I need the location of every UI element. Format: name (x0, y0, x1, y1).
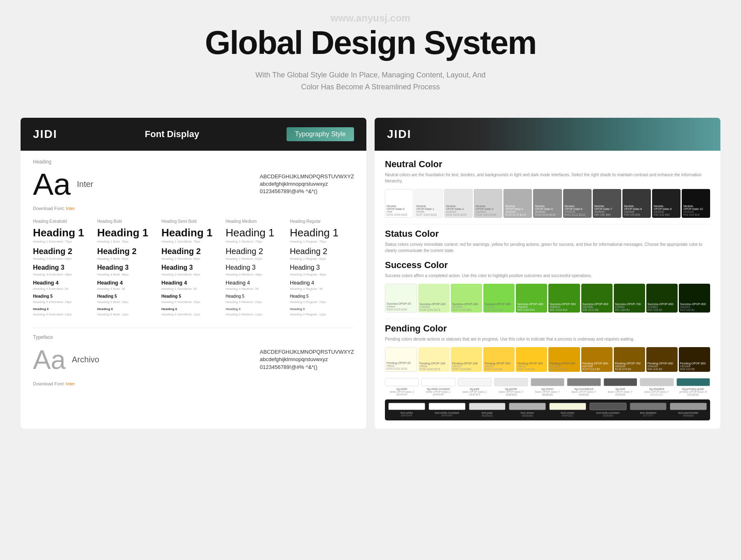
success-swatch-7: Success-OPOP-700 #1f5404 R31 G84 B4 (614, 284, 645, 313)
archivo-sample-lower: abcdefghijklmnopqrstuvwxyz (260, 356, 354, 363)
h2-extrabold: Heading 2Heading 2 Extended: 60px (33, 247, 95, 261)
success-swatch-1: Success-OPOP-100 #c4e8b0 R196 G232 B176 (418, 284, 450, 313)
h1-medium: Heading 1Heading 1 Medium: 75px (226, 227, 288, 244)
pending-swatch-8: Pending-OPOP-800 #542e00 R84 G46 B0 (646, 347, 678, 372)
weight-label-medium: Heading Medium (226, 219, 288, 224)
h4-bold: Heading 4Heading 4 Bold: 36 (97, 280, 159, 291)
h3-bold: Heading 3Heading 3 Bold: 48px (97, 264, 159, 276)
neutral-swatches-row: Neutral-OPOP.Slate-0 #ffffff R255 G255 B… (385, 189, 710, 218)
h6-medium: Heading 6Heading 6 Medium: 12px (226, 307, 288, 316)
h1-bold: Heading 1Heading 1 Bold: 75px (97, 227, 159, 244)
typography-style-label: Typography Style (287, 127, 354, 141)
neutral-swatch-6: Neutral-OPOP.Slate-6 #707070 R112 G112 B… (563, 189, 592, 218)
pending-swatch-3: Pending-OPOP-300 #ffd200 R255 G210 B0 (483, 347, 515, 372)
archivo-sample-upper: ABCDEFGHIJKLMNOPQRSTUVWXYZ (260, 348, 354, 356)
font-sample-nums: 0123456789!@#% ^&*() (260, 188, 354, 195)
h5-semibold: Heading 5Heading 5 SemiBold: 24px (161, 294, 224, 304)
dark-token-text-sheen: text-sheen #B0B0B0 (509, 403, 546, 417)
success-swatch-0: Success-OPOP-00 #effae6 R239 G250 B230 (385, 284, 417, 313)
col-extrabold: Heading Extrabold Heading 1Heading 1 Ext… (33, 217, 97, 322)
dark-token-text-bold-constant: text-bold-constant #555555 (590, 403, 627, 417)
logo-left: JIDI (33, 128, 57, 141)
divider-1 (385, 224, 710, 224)
dark-token-text-placeholder: text-placeholder #999999 (670, 403, 707, 417)
left-panel-header: JIDI Font Display Typography Style (21, 118, 366, 151)
h4-regular: Heading 4Heading 4 Regular: 36 (290, 280, 352, 291)
h3-regular: Heading 3Heading 3 Regular: 48px (290, 264, 352, 276)
h5-medium: Heading 5Heading 5 Medium: 24px (226, 294, 288, 304)
divider-2 (385, 319, 710, 319)
left-panel: JIDI Font Display Typography Style Headi… (21, 118, 366, 429)
pending-swatch-1: Pending-OPOP-100 #fff0b0 R255 G240 B176 (418, 347, 450, 372)
h3-extrabold: Heading 3Heading 3 Extended: 48px (33, 264, 95, 276)
left-panel-body: Heading Aa Inter ABCDEFGHIJKLMNOPQRSTUVW… (21, 151, 366, 401)
neutral-swatch-8: Neutral-OPOP.Slate-8 #383838 R56 G56 B56 (622, 189, 651, 218)
h2-semibold: Heading 2Heading 2 SemiBold: 60px (161, 247, 224, 261)
download-archivo-link[interactable]: Inter (66, 381, 75, 386)
h2-medium: Heading 2Heading 2 Medium: 60px (226, 247, 288, 261)
pending-swatch-4: Pending-OPOP-400 #ffbe00 R255 G190 B0 (516, 347, 547, 372)
h2-bold: Heading 2Heading 2 Bold: 60px (97, 247, 159, 261)
neutral-color-section: Neutral Color Neutral colors are the fou… (385, 159, 710, 218)
success-swatch-2: Success-OPOP-200 #97d85a R151 G216 B90 (451, 284, 482, 313)
status-color-desc: Status colors convey immediate context: … (385, 241, 710, 254)
success-swatch-6: Success-OPOP-600 #2d7008 R45 G112 B8 (581, 284, 613, 313)
col-bold: Heading Bold Heading 1Heading 1 Bold: 75… (97, 217, 161, 322)
typeface-label: Typeface (33, 334, 354, 340)
h5-bold: Heading 5Heading 5 Bold: 24px (97, 294, 159, 304)
font-sample-lower: abcdefghijklmnopqrstuvwxyz (260, 180, 354, 188)
main-content: JIDI Font Display Typography Style Headi… (0, 110, 741, 437)
typeface-section: Typeface Aa Archivo ABCDEFGHIJKLMNOPQRST… (33, 328, 354, 386)
font-display-row: Aa Inter ABCDEFGHIJKLMNOPQRSTUVWXYZ abcd… (33, 169, 354, 200)
page-header: Global Design System With The Global Sty… (0, 0, 741, 110)
token-bg-disabled: bg-disabled basic-OPOP-basic-Y #CCCCCC (640, 378, 673, 396)
download-archivo: Download Font: Inter (33, 381, 354, 386)
font-sample-upper: ABCDEFGHIJKLMNOPQRSTUVWXYZ (260, 173, 354, 180)
token-bg-primary-guide: bg-primary-guide primary-OPOP-basic-H #2… (676, 378, 710, 396)
token-bg-white: bg-white white-OPOP-basic-1 #FFFFFF (385, 378, 419, 396)
h1-regular: Heading 1Heading 1 Regular: 75px (290, 227, 352, 244)
status-color-section: Status Color Status colors convey immedi… (385, 229, 710, 254)
logo-right: JIDI (387, 128, 411, 141)
token-bg-sheen: bg-sheen basic-OPOP-basic-Y #B0B0B0 (531, 378, 564, 396)
success-swatch-8: Success-OPOP-800 #143802 R20 G56 B2 (646, 284, 678, 313)
h2-regular: Heading 2Heading 2 Regular: 60px (290, 247, 352, 261)
heading-weights-grid: Heading Extrabold Heading 1Heading 1 Ext… (33, 217, 354, 322)
neutral-color-desc: Neutral colors are the foundation for te… (385, 172, 710, 184)
archivo-sample-nums: 0123456789!@#% ^&*() (260, 364, 354, 371)
archivo-display-row: Aa Archivo ABCDEFGHIJKLMNOPQRSTUVWXYZ ab… (33, 344, 354, 375)
neutral-swatch-2: Neutral-OPOP.Slate-2 #e5e5e5 R229 G229 B… (444, 189, 473, 218)
weight-label-bold: Heading Bold (97, 219, 159, 224)
h3-medium: Heading 3Heading 3 Medium: 48px (226, 264, 288, 276)
h4-extrabold: Heading 4Heading 4 Extended: 36 (33, 280, 95, 291)
right-panel: JIDI Neutral Color Neutral colors are th… (375, 118, 720, 429)
success-swatches-row: Success-OPOP-00 #effae6 R239 G250 B230 S… (385, 284, 710, 313)
font-big-archivo: Aa (33, 344, 66, 375)
success-swatch-3: Success-OPOP-300 #7ecf40 R126 G207 B64 (483, 284, 515, 313)
token-bg-bold: bg-bold basic-OPOP-basic-Y #555555 (604, 378, 637, 396)
pending-color-desc: Pending colors denote actions or statuse… (385, 336, 710, 342)
h4-medium: Heading 4Heading 4 Medium: 36 (226, 280, 288, 291)
col-regular: Heading Regular Heading 1Heading 1 Regul… (290, 217, 354, 322)
right-panel-header: JIDI (375, 118, 720, 151)
neutral-color-title: Neutral Color (385, 159, 710, 170)
pending-swatch-0: Pending-OPOP-00 #fffbe6 R255 G251 B230 (385, 347, 417, 372)
neutral-swatch-3: Neutral-OPOP.Slate-3 #d0d0d0 R208 G208 B… (474, 189, 502, 218)
neutral-swatch-7: Neutral-OPOP.Slate-7 #505050 R80 G80 B80 (593, 189, 621, 218)
h3-semibold: Heading 3Heading 3 SemiBold: 48px (161, 264, 224, 276)
download-inter-link[interactable]: Inter (66, 206, 75, 211)
page-subtitle: With The Global Style Guide In Place, Ma… (247, 69, 494, 93)
h4-semibold: Heading 4Heading 4 SemiBold: 36 (161, 280, 224, 291)
pending-color-title: Pending Color (385, 323, 710, 334)
font-sample-archivo: ABCDEFGHIJKLMNOPQRSTUVWXYZ abcdefghijklm… (260, 348, 354, 371)
pending-swatch-9: Pending-OPOP-900 #301800 R48 G24 B0 (679, 347, 710, 372)
neutral-swatch-0: Neutral-OPOP.Slate-0 #ffffff R255 G255 B… (385, 189, 413, 218)
success-swatch-4: Success-OPOP-400 #5ab828 R90 G184 B40 (516, 284, 547, 313)
font-display-title: Font Display (57, 129, 287, 140)
neutral-swatch-9: Neutral-OPOP.Slate-9 #202020 R32 G32 B32 (652, 189, 680, 218)
success-swatch-5: Success-OPOP-500 #3d9010 R61 G144 B16 (548, 284, 580, 313)
font-big-inter: Aa (33, 169, 71, 200)
neutral-swatch-4: Neutral-OPOP.Slate-4 #b0b0b0 R176 G176 B… (503, 189, 532, 218)
success-swatch-9: Success-OPOP-900 #0a2001 R10 G32 B1 (679, 284, 710, 313)
h1-extrabold: Heading 1Heading 1 Extended: 75px (33, 227, 95, 244)
